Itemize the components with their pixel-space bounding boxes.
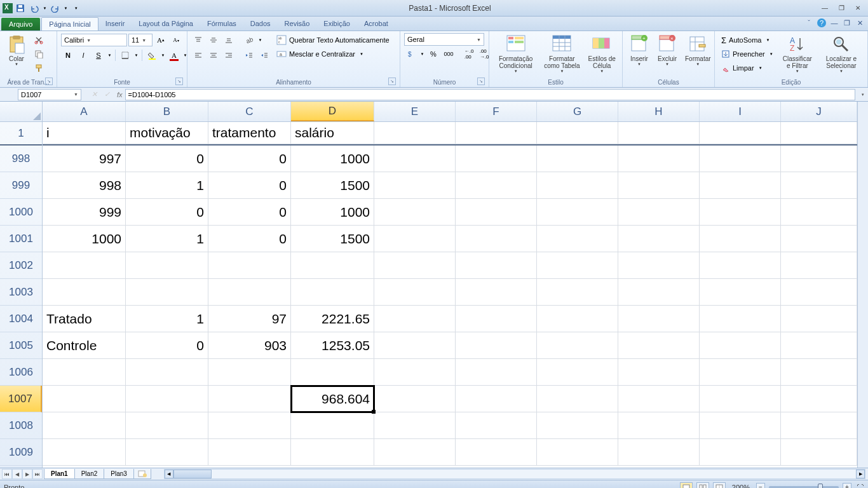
font-size-combo[interactable]: 11▼ (128, 34, 153, 46)
redo-button[interactable] (49, 2, 62, 15)
cell[interactable] (126, 439, 208, 466)
comma-button[interactable]: 000 (442, 47, 456, 61)
tab-exibi-o[interactable]: Exibição (316, 17, 357, 30)
column-header[interactable]: B (126, 102, 208, 121)
cell[interactable] (374, 386, 456, 412)
cell[interactable] (374, 439, 456, 466)
cell[interactable] (374, 199, 456, 226)
cell[interactable] (781, 122, 857, 144)
cell[interactable] (374, 332, 456, 359)
cell[interactable]: 0 (208, 146, 291, 172)
cell[interactable]: 0 (126, 146, 208, 172)
cell[interactable] (537, 252, 618, 279)
tab-acrobat[interactable]: Acrobat (357, 17, 395, 30)
cell[interactable] (208, 412, 291, 439)
save-button[interactable] (14, 2, 27, 15)
row-header[interactable]: 998 (0, 146, 42, 172)
row-header[interactable]: 1003 (0, 279, 42, 306)
view-normal-button[interactable] (680, 482, 693, 489)
cell[interactable] (781, 412, 857, 439)
cell[interactable] (456, 252, 537, 279)
formula-bar-expand[interactable]: ▾ (858, 92, 868, 97)
cell[interactable] (537, 146, 618, 172)
cell[interactable] (700, 226, 781, 252)
hscroll-left[interactable]: ◀ (165, 470, 173, 478)
alignment-dialog-launcher[interactable]: ↘ (388, 78, 396, 85)
cell[interactable] (126, 279, 208, 306)
cell[interactable]: 97 (208, 306, 291, 332)
cell[interactable] (618, 199, 700, 226)
restore-button[interactable]: ❐ (834, 3, 849, 13)
cell[interactable] (781, 226, 857, 252)
accounting-dropdown[interactable]: ▼ (419, 47, 425, 61)
cell[interactable] (456, 306, 537, 332)
row-header[interactable]: 999 (0, 172, 42, 199)
cell[interactable]: tratamento (208, 122, 291, 144)
tab-layout-da-p-gina[interactable]: Layout da Página (132, 17, 200, 30)
cell[interactable] (700, 306, 781, 332)
cell[interactable] (291, 279, 374, 306)
align-left-button[interactable] (191, 48, 205, 62)
sheet-nav-prev[interactable]: ◀ (12, 469, 22, 479)
fill-button[interactable]: Preencher▼ (719, 47, 776, 61)
cell[interactable]: 1000 (291, 146, 374, 172)
cell[interactable] (456, 332, 537, 359)
cell[interactable] (700, 332, 781, 359)
cell[interactable] (537, 279, 618, 306)
sheet-tab[interactable]: Plan2 (74, 469, 105, 479)
cell[interactable]: 0 (126, 199, 208, 226)
cell[interactable] (781, 306, 857, 332)
column-header[interactable]: I (700, 102, 781, 121)
cell[interactable] (456, 359, 537, 386)
cell[interactable] (374, 306, 456, 332)
cell[interactable] (781, 279, 857, 306)
cell[interactable] (618, 359, 700, 386)
cell[interactable] (126, 412, 208, 439)
cell[interactable] (374, 226, 456, 252)
column-header[interactable]: E (374, 102, 456, 121)
cell[interactable] (700, 412, 781, 439)
cell[interactable] (43, 412, 126, 439)
cell[interactable] (43, 252, 126, 279)
cell[interactable] (43, 359, 126, 386)
cell[interactable] (43, 279, 126, 306)
underline-dropdown[interactable]: ▼ (107, 48, 112, 62)
row-header[interactable]: 1 (0, 122, 42, 146)
cell[interactable]: 1500 (291, 226, 374, 252)
row-header[interactable]: 1007 (0, 386, 42, 412)
workbook-restore-button[interactable]: ❐ (843, 18, 851, 27)
cell[interactable] (781, 252, 857, 279)
underline-button[interactable]: S (92, 48, 105, 62)
cell[interactable] (537, 172, 618, 199)
cell[interactable]: 997 (43, 146, 126, 172)
cell[interactable]: 0 (208, 199, 291, 226)
sheet-nav-first[interactable]: ⏮ (2, 469, 12, 479)
column-header[interactable]: D (291, 102, 374, 121)
cell[interactable] (374, 412, 456, 439)
row-header[interactable]: 1002 (0, 252, 42, 279)
column-header[interactable]: F (456, 102, 537, 121)
orientation-button[interactable]: ab (242, 33, 256, 47)
fx-icon[interactable]: fx (114, 91, 125, 98)
format-as-table-button[interactable]: Formatar como Tabela▼ (541, 33, 583, 74)
cell[interactable]: Tratado (43, 306, 126, 332)
sheet-nav-next[interactable]: ▶ (22, 469, 32, 479)
vertical-scrollbar[interactable] (857, 102, 868, 468)
cell[interactable]: 0 (208, 172, 291, 199)
fill-color-button[interactable] (145, 48, 159, 62)
cell[interactable] (537, 386, 618, 412)
row-header[interactable]: 1005 (0, 332, 42, 359)
cell[interactable] (456, 122, 537, 144)
cell[interactable] (700, 252, 781, 279)
cell[interactable]: salário (291, 122, 374, 144)
find-select-button[interactable]: Localizar e Selecionar▼ (819, 33, 864, 74)
cell[interactable] (126, 359, 208, 386)
cell[interactable] (374, 146, 456, 172)
format-cells-button[interactable]: Formatar▼ (682, 33, 714, 67)
column-header[interactable]: A (43, 102, 126, 121)
fill-color-dropdown[interactable]: ▼ (160, 48, 166, 62)
cell[interactable] (781, 359, 857, 386)
autosum-button[interactable]: ΣAutoSoma▼ (719, 33, 776, 47)
increase-font-button[interactable]: A▴ (154, 33, 168, 47)
merge-center-button[interactable]: aMesclar e Centralizar▼ (274, 47, 392, 61)
